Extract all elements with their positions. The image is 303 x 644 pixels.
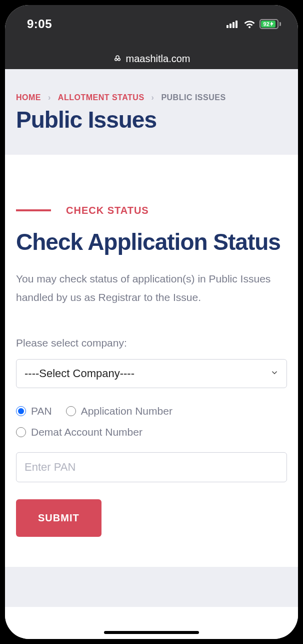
chevron-right-icon: › [152,93,154,102]
status-right: 92 [226,19,281,29]
radio-application-number[interactable]: Application Number [66,405,172,417]
submit-button[interactable]: SUBMIT [16,499,102,537]
breadcrumb-current: PUBLIC ISSUES [161,93,226,102]
home-indicator[interactable] [104,631,199,634]
screen: 9:05 92 maashitla.com [5,5,298,639]
status-time: 9:05 [27,17,52,31]
company-label: Please select company: [16,337,287,349]
svg-point-5 [118,58,120,61]
radio-application-number-label: Application Number [81,405,172,417]
radio-pan[interactable]: PAN [16,405,52,417]
radio-pan-input[interactable] [16,406,26,416]
eyebrow: CHECK STATUS [16,205,287,216]
breadcrumb-link-allotment-status[interactable]: ALLOTMENT STATUS [58,93,144,102]
privacy-icon [113,53,122,65]
battery-icon: 92 [260,19,281,29]
battery-pct: 92 [264,21,270,27]
page-content: HOME › ALLOTMENT STATUS › PUBLIC ISSUES … [5,69,298,639]
page-title: Public Issues [16,107,287,133]
svg-rect-1 [230,24,232,28]
search-value-input[interactable] [16,452,287,482]
radio-demat-account-label: Demat Account Number [31,426,142,438]
company-select-wrapper: ----Select Company---- [16,359,287,388]
breadcrumb: HOME › ALLOTMENT STATUS › PUBLIC ISSUES [16,93,287,102]
radio-demat-account[interactable]: Demat Account Number [16,426,142,438]
browser-url-bar[interactable]: maashitla.com [5,48,298,69]
eyebrow-text: CHECK STATUS [66,205,149,216]
section-heading: Check Application Status [16,229,287,255]
svg-rect-3 [236,21,238,28]
svg-rect-2 [232,22,234,28]
radio-application-number-input[interactable] [66,406,76,416]
radio-demat-account-input[interactable] [16,427,26,437]
status-bar: 9:05 92 [5,5,298,48]
breadcrumb-link-home[interactable]: HOME [16,93,41,102]
footer-strip [5,567,298,607]
chevron-right-icon: › [48,93,51,102]
eyebrow-line [16,209,51,211]
radio-pan-label: PAN [31,405,52,417]
device-frame: 9:05 92 maashitla.com [0,0,303,644]
section-description: You may check status of application(s) i… [16,270,287,307]
header-section: HOME › ALLOTMENT STATUS › PUBLIC ISSUES … [5,69,298,155]
cellular-icon [226,20,240,28]
svg-point-4 [114,58,117,61]
url-host: maashitla.com [126,53,190,65]
svg-rect-0 [226,25,228,28]
search-by-radios: PAN Application Number Demat Account Num… [16,405,287,438]
main-section: CHECK STATUS Check Application Status Yo… [5,155,298,567]
wifi-icon [244,20,256,29]
company-select[interactable]: ----Select Company---- [16,359,287,388]
